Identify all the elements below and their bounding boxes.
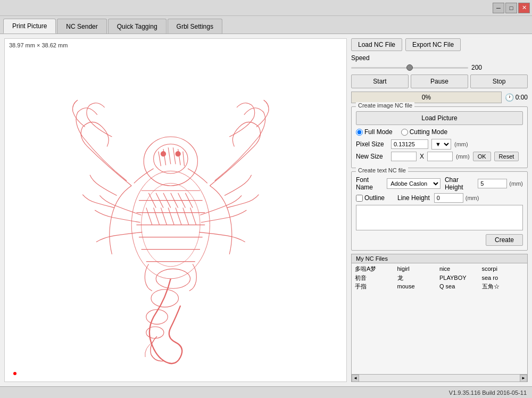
cutting-mode-radio-item: Cutting Mode [401, 128, 447, 136]
main-content: 38.97 mm × 38.62 mm [0, 34, 532, 386]
scorpion-image [5, 39, 346, 382]
nc-files-row-0: 多啦A梦 higirl nice scorpi [355, 264, 524, 273]
scroll-track[interactable] [359, 375, 520, 382]
nc-file-item[interactable]: mouse [397, 282, 440, 291]
char-height-input[interactable] [478, 179, 507, 188]
new-size-label: New Size [356, 153, 388, 160]
tab-bar: Print Picture NC Sender Quick Tagging Gr… [0, 16, 532, 34]
pixel-size-input[interactable] [391, 139, 428, 149]
create-text-nc-group: Create text NC file Font Name Adobe Casl… [351, 171, 528, 251]
nc-file-item[interactable]: 手指 [355, 282, 397, 291]
svg-line-24 [154, 208, 160, 225]
maximize-button[interactable]: □ [505, 3, 517, 13]
minimize-button[interactable]: ─ [493, 3, 504, 13]
speed-label: Speed [351, 54, 528, 62]
nc-file-item[interactable]: higirl [397, 264, 440, 273]
nc-file-item[interactable]: PLAYBOY [439, 273, 482, 283]
font-name-select[interactable]: Adobe Caslon [387, 178, 440, 189]
nc-file-item[interactable]: nice [439, 264, 482, 273]
speed-slider[interactable] [351, 67, 468, 69]
svg-line-33 [173, 147, 176, 164]
timer-section: 🕐 0:00 [505, 93, 528, 102]
title-bar: ─ □ ✕ [0, 0, 532, 16]
pixel-size-row: Pixel Size ▼ (mm) [356, 139, 523, 150]
create-button[interactable]: Create [486, 234, 523, 246]
nc-file-buttons: Load NC File Export NC File [351, 38, 528, 51]
full-mode-label: Full Mode [364, 128, 393, 136]
nc-file-item[interactable]: sea ro [482, 273, 525, 283]
outline-row: Outline Line Height (mm) [356, 193, 523, 203]
svg-line-27 [176, 208, 181, 225]
char-height-label: Char Height [445, 176, 476, 191]
svg-line-25 [161, 208, 167, 225]
svg-line-29 [190, 208, 196, 225]
red-dot-indicator [13, 372, 16, 375]
text-input-area[interactable] [356, 205, 523, 230]
pixel-size-select[interactable]: ▼ [431, 139, 451, 150]
scroll-right-button[interactable]: ► [520, 375, 527, 382]
nc-file-item[interactable]: 初音 [355, 273, 397, 283]
svg-point-10 [151, 289, 179, 307]
tab-quick-tagging[interactable]: Quick Tagging [108, 19, 167, 34]
export-nc-file-button[interactable]: Export NC File [405, 38, 461, 51]
status-bar: V1.9.35.116 Build 2016-05-11 [0, 386, 532, 398]
nc-file-item[interactable]: 多啦A梦 [355, 264, 397, 273]
font-row: Font Name Adobe Caslon Char Height (mm) [356, 176, 523, 191]
ok-button[interactable]: OK [473, 152, 491, 161]
version-label: V1.9.35.116 Build 2016-05-11 [449, 389, 527, 396]
svg-line-32 [168, 147, 171, 164]
create-image-nc-title: Create image NC file [356, 102, 414, 109]
svg-line-28 [183, 208, 189, 225]
load-picture-button[interactable]: Load Picture [356, 111, 523, 125]
right-panel: Load NC File Export NC File Speed 200 St… [351, 34, 532, 386]
pixel-size-unit: (mm) [454, 141, 468, 147]
timer-value: 0:00 [516, 94, 528, 101]
outline-checkbox[interactable] [356, 195, 363, 202]
create-image-nc-group: Create image NC file Load Picture Full M… [351, 106, 528, 168]
nc-file-item[interactable]: Q sea [439, 282, 482, 291]
full-mode-radio[interactable] [356, 129, 363, 136]
close-button[interactable]: ✕ [518, 3, 530, 13]
reset-button[interactable]: Reset [494, 152, 519, 161]
full-mode-radio-item: Full Mode [356, 128, 393, 136]
svg-line-34 [178, 149, 181, 165]
nc-file-item[interactable]: scorpi [482, 264, 525, 273]
nc-file-item[interactable]: 龙 [397, 273, 440, 283]
cutting-mode-label: Cutting Mode [410, 128, 447, 136]
svg-line-30 [159, 152, 161, 167]
new-size-row: New Size X (mm) OK Reset [356, 152, 523, 161]
create-text-nc-title: Create text NC file [356, 167, 408, 173]
outline-label: Outline [364, 194, 385, 202]
nc-file-item[interactable]: 五角☆ [482, 282, 525, 291]
cutting-mode-radio[interactable] [401, 129, 408, 136]
char-height-unit: (mm) [509, 180, 523, 187]
clock-icon: 🕐 [505, 93, 514, 102]
speed-section: Speed 200 [351, 54, 528, 71]
load-nc-file-button[interactable]: Load NC File [351, 38, 402, 51]
pause-button[interactable]: Pause [411, 74, 468, 88]
svg-line-23 [146, 208, 152, 225]
progress-row: 0% 🕐 0:00 [351, 92, 528, 103]
canvas-area: 38.97 mm × 38.62 mm [4, 38, 347, 382]
line-height-input[interactable] [434, 193, 463, 203]
outline-checkbox-item: Outline [356, 194, 385, 202]
pixel-size-label: Pixel Size [356, 140, 388, 148]
svg-line-31 [163, 149, 166, 165]
scroll-left-button[interactable]: ◄ [352, 375, 359, 382]
tab-nc-sender[interactable]: NC Sender [57, 19, 106, 34]
new-size-x-input[interactable] [391, 152, 417, 161]
new-size-y-input[interactable] [427, 152, 453, 161]
tab-print-picture[interactable]: Print Picture [3, 19, 56, 34]
nc-files-row-2: 手指 mouse Q sea 五角☆ [355, 282, 524, 291]
nc-files-content: 多啦A梦 higirl nice scorpi 初音 龙 PLAYBOY sea… [352, 263, 527, 292]
svg-line-35 [183, 152, 185, 167]
nc-files-title: My NC Files [352, 254, 527, 263]
new-size-unit: (mm) [456, 153, 470, 160]
tab-grbl-settings[interactable]: Grbl Settings [168, 19, 222, 34]
svg-line-26 [168, 208, 174, 225]
nc-files-row-1: 初音 龙 PLAYBOY sea ro [355, 273, 524, 283]
nc-files-scrollbar: ◄ ► [352, 374, 527, 382]
stop-button[interactable]: Stop [470, 74, 528, 88]
start-button[interactable]: Start [351, 74, 409, 88]
line-height-unit: (mm) [466, 195, 479, 201]
